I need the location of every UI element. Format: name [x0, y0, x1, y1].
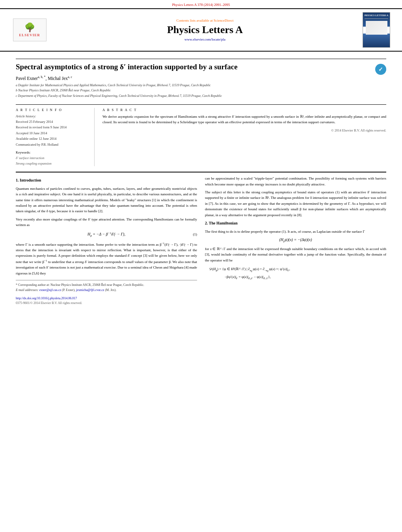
article-info-col: A R T I C L E I N F O Article history: R… — [16, 108, 95, 166]
keyword-2: Strong coupling expansion — [16, 161, 89, 167]
keywords-section: Keywords: δ′ surface interaction Strong … — [16, 150, 89, 166]
equation-1-number: (1) — [193, 232, 197, 237]
equation-1: Hβ = −Δ − β−1δ′(· − Γ), — [87, 231, 125, 238]
elsevier-wordmark: ELSEVIER — [19, 33, 40, 37]
cover-label: PHYSICS LETTERS A — [365, 14, 389, 17]
tree-icon: 🌳 — [24, 23, 35, 32]
online-date: Available online 12 June 2014 — [16, 136, 89, 141]
received-date: Received 25 February 2014 — [16, 119, 89, 124]
sciencedirect-name: ScienceDirect — [214, 19, 233, 22]
cover-image — [366, 21, 387, 35]
journal-title: Physics Letters A — [47, 24, 363, 36]
affiliations: a Doppler Institute for Mathematical Phy… — [16, 83, 386, 99]
main-content: Spectral asymptotics of a strong δ′ inte… — [0, 52, 402, 314]
intro-number: 1. — [16, 178, 19, 182]
equation-3-block: 𝒟(Hβ) = {ψ ∈ H²(ℝ³ \ Γ) | ∂nΓψ(x) = ∂−nΓ… — [209, 266, 386, 282]
article-info-header: A R T I C L E I N F O — [16, 108, 89, 112]
email-link-jex[interactable]: jexmicha@fjfi.cvut.cz — [76, 288, 104, 292]
footnote-email: E-mail addresses: exner@ujf.cas.cz (P. E… — [16, 288, 197, 293]
two-col-body: 1. Introduction Quantum mechanics of par… — [16, 176, 386, 306]
top-divider — [16, 59, 386, 59]
top-bar: Physics Letters A 378 (2014) 2091–2095 — [0, 0, 402, 8]
equation-2: (Hβψ)(x) = −(Δψ)(x) — [279, 237, 312, 244]
article-title-section: Spectral asymptotics of a strong δ′ inte… — [16, 59, 386, 99]
body-divider — [16, 172, 386, 172]
journal-header: 🌳 ELSEVIER Contents lists available at S… — [0, 8, 402, 52]
hamiltonian-number: 2. — [205, 221, 208, 225]
equation-3-line1: 𝒟(Hβ) = {ψ ∈ H²(ℝ³ \ Γ) | ∂nΓψ(x) = ∂−nΓ… — [209, 266, 386, 274]
abstract-text: We derive asymptotic expansion for the s… — [102, 114, 386, 125]
intro-p1: Quantum mechanics of particles confined … — [16, 186, 197, 214]
article-dates: Received 25 February 2014 Received in re… — [16, 119, 89, 147]
right-p2: The subject of this letter is the strong… — [205, 189, 386, 218]
footnote-star: * Corresponding author at: Nuclear Physi… — [16, 283, 197, 288]
footnote-section: * Corresponding author at: Nuclear Physi… — [16, 280, 197, 306]
intro-p2: Very recently also more singular couplin… — [16, 217, 197, 228]
affil-a: a Doppler Institute for Mathematical Phy… — [16, 83, 386, 88]
equation-2-block: (Hβψ)(x) = −(Δψ)(x) — [205, 237, 386, 244]
intro-title: 1. Introduction — [16, 177, 197, 184]
hamiltonian-p1: The first thing to do is to define prope… — [205, 229, 386, 234]
journal-cover-thumbnail: PHYSICS LETTERS A — [363, 12, 390, 48]
history-label: Article history: — [16, 114, 89, 118]
accepted-date: Accepted 10 June 2014 — [16, 130, 89, 136]
abstract-copyright: © 2014 Elsevier B.V. All rights reserved… — [102, 128, 386, 132]
sciencedirect-label: Contents lists available at — [177, 19, 213, 22]
right-p1: can be approximated by a scaled "tripple… — [205, 176, 386, 187]
journal-url-link[interactable]: www.elsevier.com/locate/pla — [184, 37, 225, 41]
journal-url: www.elsevier.com/locate/pla — [47, 37, 363, 41]
abstract-col: A B S T R A C T We derive asymptotic exp… — [102, 108, 386, 166]
info-abstract-row: A R T I C L E I N F O Article history: R… — [16, 108, 386, 166]
mid-divider — [16, 104, 386, 105]
citation-text: Physics Letters A 378 (2014) 2091–2095 — [172, 3, 230, 7]
col-right: can be approximated by a scaled "tripple… — [205, 176, 386, 306]
keywords-label: Keywords: — [16, 150, 89, 154]
affil-c: c Department of Physics, Faculty of Nucl… — [16, 94, 386, 99]
issn-copyright: 0375-9601/© 2014 Elsevier B.V. All right… — [16, 301, 197, 306]
keyword-1: δ′ surface interaction — [16, 156, 89, 161]
communicated: Communicated by P.R. Holland — [16, 142, 89, 147]
equation-3-line2: −βψ′(x)|Γ = ψ(x)|∂+Γ − ψ(x)|∂−Γ}, — [209, 274, 386, 282]
doi-link[interactable]: http://dx.doi.org/10.1016/j.physleta.201… — [16, 297, 77, 300]
page-container: Physics Letters A 378 (2014) 2091–2095 🌳… — [0, 0, 402, 532]
equation-1-block: Hβ = −Δ − β−1δ′(· − Γ), (1) — [16, 231, 197, 238]
authors-line: Pavel Exnera, b, *, Michal Jexa, c — [16, 75, 386, 81]
journal-center: Contents lists available at ScienceDirec… — [47, 19, 363, 41]
article-title: Spectral asymptotics of a strong δ′ inte… — [16, 62, 238, 72]
crossmark-icon: ✓ — [375, 64, 386, 75]
email-link-exner[interactable]: exner@ujf.cas.cz — [39, 288, 61, 292]
abstract-header: A B S T R A C T — [102, 108, 386, 112]
affil-b: b Nuclear Physics Institute ASCR, 25068 … — [16, 88, 386, 93]
sciencedirect-line: Contents lists available at ScienceDirec… — [47, 19, 363, 22]
hamiltonian-p2: for x ∈ ℝ³ \ Γ and the interaction will … — [205, 246, 386, 263]
hamiltonian-title: 2. The Hamiltonian — [205, 220, 386, 226]
elsevier-logo-box: 🌳 ELSEVIER — [13, 19, 47, 41]
col-left: 1. Introduction Quantum mechanics of par… — [16, 176, 197, 306]
doi-line: http://dx.doi.org/10.1016/j.physleta.201… — [16, 296, 197, 301]
intro-p3: where Γ is a smooth surface supporting t… — [16, 241, 197, 276]
revised-date: Received in revised form 9 June 2014 — [16, 124, 89, 130]
elsevier-logo: 🌳 ELSEVIER — [12, 19, 47, 41]
